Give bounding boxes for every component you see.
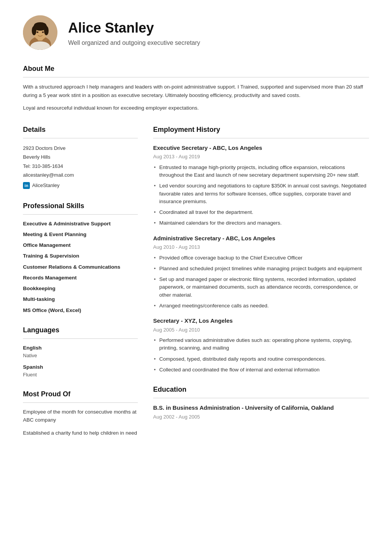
job-3-dates: Aug 2005 - Aug 2010 [153, 326, 369, 334]
skills-title: Professional Skills [23, 201, 138, 211]
svg-point-6 [44, 26, 49, 35]
employment-divider [153, 138, 369, 138]
svg-point-8 [37, 31, 39, 33]
skill-item-1: Executive & Administrative Support [23, 220, 138, 228]
skill-item-8: Multi-tasking [23, 296, 138, 303]
details-section: Details 2923 Doctors Drive Beverly Hills… [23, 125, 138, 190]
job-1-bullet-4: Maintained calendars for the directors a… [153, 219, 369, 227]
job-1-dates: Aug 2013 - Aug 2019 [153, 153, 369, 161]
job-1-title: Executive Secretary - ABC, Los Angeles [153, 144, 369, 153]
education-section: Education B.S. in Business Administratio… [153, 384, 369, 420]
details-tel: Tel: 310-385-1634 [23, 162, 138, 171]
employment-title: Employment History [153, 125, 369, 135]
lang-english-name: English [23, 344, 138, 352]
about-divider [23, 77, 369, 77]
skill-item-3: Office Management [23, 241, 138, 249]
edu-degree-1: B.S. in Business Administration - Univer… [153, 404, 369, 412]
skill-item-4: Training & Supervision [23, 252, 138, 260]
languages-divider [23, 338, 138, 339]
details-email: alicestanley@mail.com [23, 171, 138, 179]
proud-section: Most Proud Of Employee of the month for … [23, 389, 138, 437]
svg-point-7 [34, 22, 46, 28]
skill-item-2: Meeting & Event Planning [23, 231, 138, 238]
job-2-dates: Aug 2010 - Aug 2013 [153, 243, 369, 251]
about-section: About Me With a structured approach I he… [23, 64, 369, 112]
lang-spanish-name: Spanish [23, 363, 138, 371]
linkedin-row: in AliceStanley [23, 181, 138, 190]
job-1-bullet-3: Coordinated all travel for the departmen… [153, 209, 369, 216]
job-2-bullet-4: Arranged meetings/conference calls as ne… [153, 302, 369, 310]
header-text: Alice Stanley Well organized and outgoin… [68, 18, 200, 48]
resume-header: Alice Stanley Well organized and outgoin… [23, 15, 369, 50]
about-title: About Me [23, 64, 369, 74]
details-address2: Beverly Hills [23, 153, 138, 161]
job-3-bullet-3: Collected and coordinated the flow of in… [153, 366, 369, 374]
education-title: Education [153, 384, 369, 395]
main-content: Details 2923 Doctors Drive Beverly Hills… [23, 125, 369, 448]
right-column: Employment History Executive Secretary -… [153, 125, 369, 448]
candidate-tagline: Well organized and outgoing executive se… [68, 38, 200, 48]
skill-item-7: Bookkeeping [23, 285, 138, 292]
linkedin-icon: in [23, 182, 30, 189]
about-para-1: With a structured approach I help manage… [23, 83, 369, 99]
candidate-name: Alice Stanley [68, 18, 200, 38]
skills-section: Professional Skills Executive & Administ… [23, 201, 138, 314]
about-para-2: Loyal and resourceful individual known f… [23, 104, 369, 112]
edu-dates-1: Aug 2002 - Aug 2005 [153, 413, 369, 421]
details-divider [23, 138, 138, 138]
skills-divider [23, 214, 138, 215]
svg-point-9 [42, 31, 44, 33]
details-address1: 2923 Doctors Drive [23, 144, 138, 153]
education-divider [153, 398, 369, 398]
job-2-bullet-2: Planned and scheduled project timelines … [153, 265, 369, 273]
lang-english-level: Native [23, 352, 138, 360]
job-2: Administrative Secretary - ABC, Los Ange… [153, 234, 369, 310]
proud-item-1: Employee of the month for consecutive mo… [23, 408, 138, 424]
languages-title: Languages [23, 325, 138, 335]
job-1: Executive Secretary - ABC, Los Angeles A… [153, 144, 369, 227]
linkedin-handle: AliceStanley [32, 181, 60, 190]
job-1-bullet-2: Led vendor sourcing and negotiations to … [153, 182, 369, 205]
employment-section: Employment History Executive Secretary -… [153, 125, 369, 374]
avatar [23, 15, 57, 50]
job-3-bullets: Performed various administrative duties … [153, 337, 369, 374]
job-2-title: Administrative Secretary - ABC, Los Ange… [153, 234, 369, 243]
job-2-bullet-1: Provided office coverage backup to the C… [153, 254, 369, 262]
job-3-bullet-1: Performed various administrative duties … [153, 337, 369, 352]
proud-title: Most Proud Of [23, 389, 138, 399]
job-1-bullet-1: Entrusted to manage high-priority projec… [153, 164, 369, 179]
skill-item-6: Records Management [23, 274, 138, 282]
left-column: Details 2923 Doctors Drive Beverly Hills… [23, 125, 138, 448]
job-3: Secretary - XYZ, Los Angeles Aug 2005 - … [153, 317, 369, 374]
job-2-bullet-3: Set up and managed paper or electronic f… [153, 276, 369, 299]
skill-item-9: MS Office (Word, Excel) [23, 307, 138, 314]
job-3-bullet-2: Composed, typed, distributed daily repor… [153, 355, 369, 363]
details-title: Details [23, 125, 138, 135]
job-3-title: Secretary - XYZ, Los Angeles [153, 317, 369, 325]
skill-item-5: Customer Relations & Communications [23, 263, 138, 271]
proud-item-2: Established a charity fund to help child… [23, 429, 138, 437]
lang-spanish-level: Fluent [23, 371, 138, 379]
languages-section: Languages English Native Spanish Fluent [23, 325, 138, 379]
job-1-bullets: Entrusted to manage high-priority projec… [153, 164, 369, 227]
svg-point-5 [32, 26, 36, 35]
proud-divider [23, 402, 138, 403]
job-2-bullets: Provided office coverage backup to the C… [153, 254, 369, 310]
